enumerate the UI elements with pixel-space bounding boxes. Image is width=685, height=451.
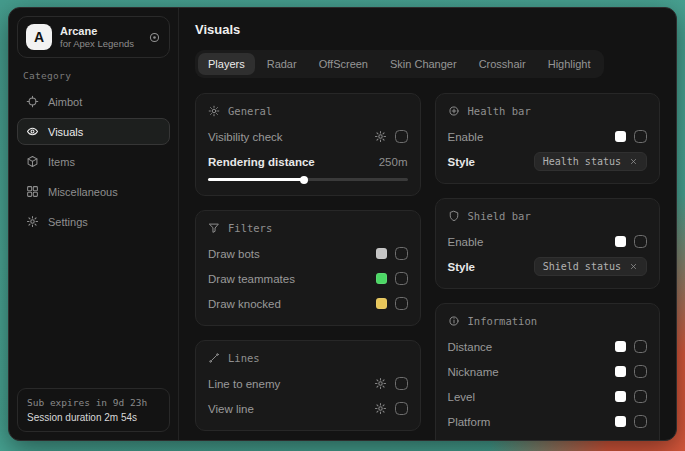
checkbox[interactable] [634,365,647,378]
setting-row: Visibility check [208,126,408,147]
brand-card: A Arcane for Apex Legends [17,16,170,58]
slider-value: 250m [379,156,408,168]
setting-label: Platform [448,416,608,428]
setting-label: Line to enemy [208,378,366,390]
checkbox[interactable] [634,235,647,248]
sidebar-item-label: Miscellaneous [48,186,118,198]
checkbox[interactable] [634,130,647,143]
row-settings-icon[interactable] [374,402,387,415]
setting-row: StyleShield status [448,256,648,277]
setting-label: Rendering distance [208,156,379,168]
tab-radar[interactable]: Radar [257,53,307,75]
setting-label: Distance [448,341,608,353]
subscription-box: Sub expires in 9d 23h Session duration 2… [17,388,170,432]
color-swatch[interactable] [615,236,626,247]
sidebar-item-miscellaneous[interactable]: Miscellaneous [17,178,170,205]
right-column: Health barEnableStyleHealth statusShield… [435,93,661,426]
card-title: General [228,105,272,117]
setting-row: Enable [448,126,648,147]
health-icon [448,105,460,117]
grid-icon [26,185,39,198]
tab-crosshair[interactable]: Crosshair [469,53,536,75]
app-name: Arcane [60,25,134,39]
tab-players[interactable]: Players [198,53,255,75]
setting-row: Enable [448,231,648,252]
sidebar-item-items[interactable]: Items [17,148,170,175]
card-title: Information [468,315,538,327]
target-icon[interactable] [148,31,161,44]
shield-icon [448,210,460,222]
tab-bar: PlayersRadarOffScreenSkin ChangerCrossha… [195,50,604,78]
checkbox[interactable] [634,340,647,353]
card-header: Health bar [448,105,648,117]
card-header: Information [448,315,648,327]
color-swatch[interactable] [376,273,387,284]
card-filters: FiltersDraw botsDraw teammatesDraw knock… [195,210,421,326]
sidebar-item-label: Items [48,156,75,168]
row-settings-icon[interactable] [374,130,387,143]
color-swatch[interactable] [376,298,387,309]
style-select-value: Shield status [543,261,621,272]
card-header: Lines [208,352,408,364]
row-settings-icon[interactable] [374,377,387,390]
tab-offscreen[interactable]: OffScreen [309,53,378,75]
setting-label: Level [448,391,608,403]
setting-row: Draw bots [208,243,408,264]
checkbox[interactable] [395,130,408,143]
color-swatch[interactable] [376,248,387,259]
setting-row: Nickname [448,361,648,382]
style-select[interactable]: Shield status [534,257,647,276]
card-lines: LinesLine to enemyView line [195,340,421,431]
color-swatch[interactable] [615,391,626,402]
color-swatch[interactable] [615,341,626,352]
checkbox[interactable] [395,247,408,260]
category-label: Category [23,70,164,81]
main-content: Visuals PlayersRadarOffScreenSkin Change… [179,8,676,440]
checkbox[interactable] [395,377,408,390]
sidebar-item-visuals[interactable]: Visuals [17,118,170,145]
setting-label: Nickname [448,366,608,378]
checkbox[interactable] [634,390,647,403]
setting-label: Visibility check [208,131,366,143]
checkbox[interactable] [395,297,408,310]
setting-label: Style [448,261,526,273]
setting-row: Platform [448,411,648,432]
color-swatch[interactable] [615,131,626,142]
color-swatch[interactable] [615,366,626,377]
slider-row: Rendering distance250m [208,151,408,181]
checkbox[interactable] [395,402,408,415]
crosshair-icon [26,95,39,108]
style-select[interactable]: Health status [534,152,647,171]
checkbox[interactable] [634,415,647,428]
tab-highlight[interactable]: Highlight [538,53,601,75]
card-header: Filters [208,222,408,234]
setting-label: Draw knocked [208,298,368,310]
card-header: Shield bar [448,210,648,222]
setting-row: Legend name [448,436,648,440]
slider-label-row: Rendering distance250m [208,151,408,172]
color-swatch[interactable] [615,416,626,427]
close-icon[interactable] [629,262,638,271]
brand-text: Arcane for Apex Legends [60,25,134,50]
app-window: A Arcane for Apex Legends Category Aimbo… [8,7,677,441]
setting-row: Draw teammates [208,268,408,289]
checkbox[interactable] [395,272,408,285]
session-duration-text: Session duration 2m 54s [27,412,160,423]
setting-row: Draw knocked [208,293,408,314]
tab-skin-changer[interactable]: Skin Changer [380,53,467,75]
sidebar-item-settings[interactable]: Settings [17,208,170,235]
setting-row: Distance [448,336,648,357]
close-icon[interactable] [629,157,638,166]
setting-label: Draw bots [208,248,368,260]
sidebar-item-aimbot[interactable]: Aimbot [17,88,170,115]
app-subtitle: for Apex Legends [60,38,134,49]
slider-track[interactable] [208,178,408,181]
card-columns: GeneralVisibility checkRendering distanc… [195,93,660,426]
app-logo: A [26,24,52,50]
sidebar-item-label: Visuals [48,126,83,138]
sidebar-item-label: Settings [48,216,88,228]
setting-row: View line [208,398,408,419]
card-title: Health bar [468,105,531,117]
setting-label: Enable [448,131,608,143]
slider-thumb[interactable] [300,176,308,184]
